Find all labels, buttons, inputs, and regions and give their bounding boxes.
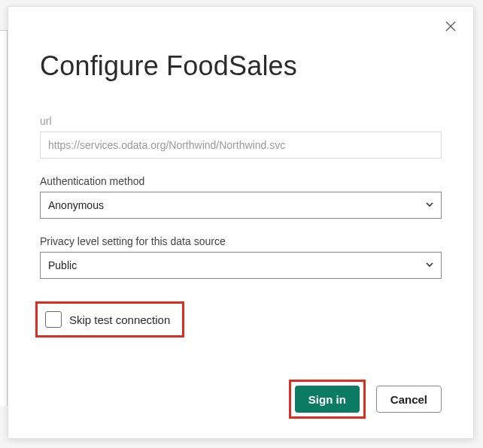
signin-highlight: Sign in xyxy=(289,380,366,419)
signin-button[interactable]: Sign in xyxy=(295,386,360,413)
privacy-field-group: Privacy level setting for this data sour… xyxy=(40,235,442,279)
url-input[interactable] xyxy=(40,132,442,159)
configure-dialog: Configure FoodSales url Authentication m… xyxy=(8,6,474,439)
skip-test-label: Skip test connection xyxy=(69,313,170,326)
dialog-content: Configure FoodSales url Authentication m… xyxy=(8,7,473,438)
dialog-footer: Sign in Cancel xyxy=(289,380,442,419)
background-panel xyxy=(0,30,8,406)
dialog-title: Configure FoodSales xyxy=(40,50,442,82)
auth-select-value: Anonymous xyxy=(48,199,104,211)
auth-field-group: Authentication method Anonymous xyxy=(40,175,442,219)
close-button[interactable] xyxy=(440,17,461,38)
cancel-button[interactable]: Cancel xyxy=(376,386,442,413)
url-label: url xyxy=(40,115,442,127)
privacy-label: Privacy level setting for this data sour… xyxy=(40,235,442,247)
privacy-select-value: Public xyxy=(48,259,77,271)
skip-connection-highlight: Skip test connection xyxy=(35,301,184,338)
privacy-select[interactable]: Public xyxy=(40,252,442,279)
auth-select[interactable]: Anonymous xyxy=(40,192,442,219)
auth-label: Authentication method xyxy=(40,175,442,187)
skip-test-checkbox[interactable] xyxy=(45,311,62,328)
close-icon xyxy=(445,21,456,35)
url-field-group: url xyxy=(40,115,442,159)
